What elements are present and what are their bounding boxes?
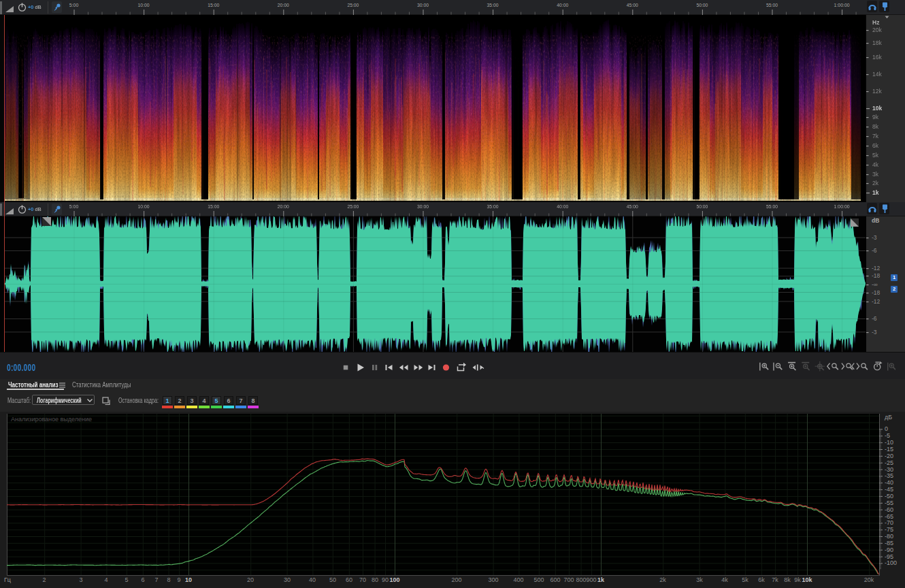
svg-text:90: 90 (382, 576, 389, 583)
svg-text:600: 600 (550, 576, 560, 583)
svg-text:-90: -90 (885, 546, 893, 553)
svg-text:700: 700 (563, 576, 574, 583)
svg-text:35:00: 35:00 (487, 203, 499, 210)
svg-text:-100: -100 (885, 559, 897, 566)
svg-text:-3: -3 (872, 329, 877, 336)
svg-text:10k: 10k (802, 576, 812, 583)
svg-text:20:00: 20:00 (278, 2, 289, 8)
svg-text:2k: 2k (872, 180, 879, 186)
svg-text:20k: 20k (872, 27, 882, 33)
svg-text:-40: -40 (885, 479, 893, 486)
svg-text:-45: -45 (885, 486, 893, 493)
svg-text:1:00:00: 1:00:00 (834, 2, 850, 8)
svg-text:5:00: 5:00 (69, 203, 79, 210)
svg-text:-75: -75 (885, 526, 893, 533)
svg-text:2k: 2k (659, 576, 666, 583)
svg-text:-20: -20 (885, 453, 893, 459)
svg-text:-80: -80 (885, 533, 893, 540)
svg-text:40: 40 (309, 576, 316, 583)
svg-text:20k: 20k (864, 576, 874, 583)
svg-text:18k: 18k (872, 39, 882, 46)
svg-text:400: 400 (513, 576, 523, 583)
svg-text:4: 4 (104, 576, 108, 583)
svg-text:-6: -6 (872, 315, 877, 322)
svg-text:-10: -10 (885, 439, 893, 446)
svg-text:70: 70 (359, 576, 366, 583)
svg-text:-50: -50 (885, 493, 893, 500)
svg-text:10:00: 10:00 (138, 2, 150, 8)
svg-text:1k: 1k (597, 576, 605, 583)
svg-text:300: 300 (488, 576, 498, 583)
svg-text:-35: -35 (885, 472, 893, 479)
svg-text:40:00: 40:00 (557, 203, 568, 210)
svg-text:15:00: 15:00 (208, 203, 219, 210)
svg-text:55:00: 55:00 (766, 2, 778, 8)
svg-text:-65: -65 (885, 513, 893, 520)
svg-text:0: 0 (885, 425, 888, 432)
svg-text:200: 200 (451, 576, 461, 583)
svg-text:1k: 1k (872, 189, 879, 196)
svg-text:8k: 8k (784, 576, 791, 583)
svg-text:4k: 4k (872, 161, 879, 168)
svg-text:Hz: Hz (872, 19, 879, 26)
svg-text:-15: -15 (885, 446, 893, 453)
svg-text:-95: -95 (885, 553, 893, 560)
svg-text:-30: -30 (885, 466, 893, 473)
svg-text:55:00: 55:00 (766, 203, 778, 210)
svg-text:80: 80 (372, 576, 378, 583)
svg-text:20:00: 20:00 (278, 203, 289, 210)
svg-text:60: 60 (346, 576, 352, 583)
svg-text:20: 20 (247, 576, 254, 583)
svg-text:-3: -3 (872, 234, 877, 241)
svg-text:800: 800 (576, 576, 586, 583)
svg-text:7k: 7k (872, 133, 879, 140)
svg-text:25:00: 25:00 (347, 203, 359, 210)
svg-text:45:00: 45:00 (627, 203, 638, 210)
svg-text:7k: 7k (772, 576, 778, 583)
svg-text:6k: 6k (872, 142, 879, 149)
svg-text:-∞: -∞ (872, 281, 878, 288)
svg-text:50: 50 (329, 576, 336, 583)
svg-text:35:00: 35:00 (487, 2, 499, 8)
svg-text:дБ: дБ (885, 414, 892, 421)
svg-text:50:00: 50:00 (696, 203, 708, 210)
svg-text:-25: -25 (885, 459, 893, 466)
svg-text:-12: -12 (872, 298, 881, 305)
svg-text:12k: 12k (872, 88, 882, 95)
svg-text:3: 3 (79, 576, 82, 583)
svg-text:45:00: 45:00 (627, 2, 638, 8)
svg-text:-85: -85 (885, 540, 893, 546)
svg-text:50:00: 50:00 (696, 2, 708, 8)
svg-text:10k: 10k (872, 105, 882, 112)
svg-text:-70: -70 (885, 519, 893, 526)
svg-text:8: 8 (167, 576, 170, 583)
svg-text:900: 900 (586, 576, 596, 583)
svg-text:9: 9 (177, 576, 180, 583)
svg-text:30: 30 (284, 576, 291, 583)
svg-text:16k: 16k (872, 54, 882, 61)
svg-text:-18: -18 (872, 272, 881, 279)
svg-text:3k: 3k (696, 576, 703, 583)
svg-text:6k: 6k (758, 576, 765, 583)
svg-text:30:00: 30:00 (417, 203, 429, 210)
svg-text:500: 500 (533, 576, 544, 583)
svg-text:14k: 14k (872, 71, 882, 78)
svg-text:4k: 4k (721, 576, 728, 583)
svg-text:-12: -12 (872, 265, 881, 272)
svg-text:5:00: 5:00 (69, 2, 79, 8)
svg-text:Гц: Гц (4, 576, 11, 583)
svg-text:-18: -18 (872, 289, 881, 296)
svg-text:40:00: 40:00 (557, 2, 568, 8)
svg-text:30:00: 30:00 (417, 2, 429, 8)
svg-text:5k: 5k (742, 576, 748, 583)
svg-text:-5: -5 (885, 432, 890, 439)
svg-text:15:00: 15:00 (208, 2, 219, 8)
svg-text:9k: 9k (872, 114, 879, 120)
svg-text:9k: 9k (794, 576, 801, 583)
svg-text:dB: dB (872, 217, 879, 224)
svg-text:-60: -60 (885, 506, 893, 513)
svg-text:-6: -6 (872, 247, 877, 254)
svg-text:6: 6 (141, 576, 144, 583)
svg-text:8k: 8k (872, 123, 879, 130)
svg-text:10:00: 10:00 (138, 203, 150, 210)
